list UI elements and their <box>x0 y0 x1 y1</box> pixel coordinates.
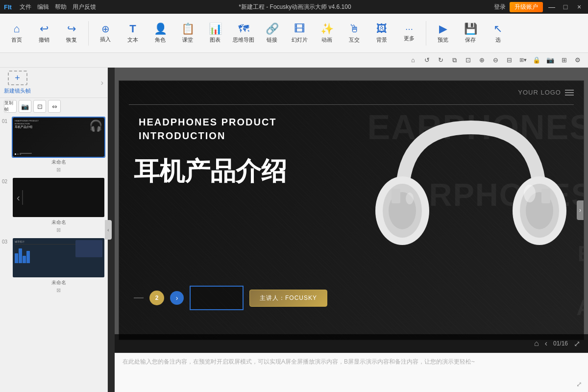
menu-feedback[interactable]: 用户反馈 <box>73 3 96 11</box>
text-icon: T <box>129 23 136 35</box>
redo-icon: ↪ <box>67 23 76 35</box>
login-button[interactable]: 登录 <box>494 3 506 11</box>
upgrade-button[interactable]: 升级账户 <box>510 2 543 12</box>
maximize-button[interactable]: □ <box>561 2 570 12</box>
tool-character[interactable]: 👤 角色 <box>147 16 173 50</box>
slide-expand[interactable]: ⊠ <box>2 227 105 233</box>
tool-chart[interactable]: 📊 图表 <box>202 16 228 50</box>
action-lock[interactable]: 🔒 <box>531 55 542 66</box>
action-rotate-right[interactable]: ↻ <box>435 55 446 66</box>
tool-slide[interactable]: 🎞 幻灯片 <box>287 16 312 50</box>
plus-icon: + <box>8 71 27 85</box>
tool-preview-label: 预览 <box>438 36 448 44</box>
slide-content-preview: HEADPHONES PRODUCTINTRODUCTION耳机产品介绍 <box>15 120 39 129</box>
preview-icon: ▶ <box>439 23 447 35</box>
title-bar: FIt 文件 编辑 帮助 用户反馈 *新建工程 - Focusky动画演示大师 … <box>0 0 588 14</box>
slide-thumbnail[interactable]: ‹ <box>12 177 105 218</box>
menu-file[interactable]: 文件 <box>20 3 31 11</box>
tool-select[interactable]: ↖ 选 <box>485 16 511 50</box>
tool-lesson[interactable]: 📋 课堂 <box>175 16 200 50</box>
tool-interact[interactable]: 🖱 互交 <box>342 16 367 50</box>
tool-slide-label: 幻灯片 <box>292 36 308 44</box>
tool-bg[interactable]: 🖼 背景 <box>369 16 394 50</box>
interact-icon: 🖱 <box>349 23 360 35</box>
headphone-icon: 🎧 <box>89 120 102 132</box>
copy-frame-label: 复制帧 <box>4 100 16 113</box>
menu-edit[interactable]: 编辑 <box>37 3 49 11</box>
line-connector <box>134 297 144 298</box>
close-button[interactable]: × <box>574 2 584 12</box>
tool-undo[interactable]: ↩ 撤销 <box>31 16 57 50</box>
text-input-box[interactable] <box>190 286 244 310</box>
tool-text[interactable]: T 文本 <box>120 16 146 50</box>
sidebar: + 新建镜头帧 › 复制帧 📷 ⊡ ⇔ 01 HEADPHONES PRODUC <box>0 68 108 392</box>
action-bar: ⌂ ↺ ↻ ⧉ ⊡ ⊕ ⊖ ⊟ ⊞▾ 🔒 📷 ⊞ ⚙ <box>0 53 588 68</box>
tool-redo[interactable]: ↪ 恢复 <box>59 16 84 50</box>
new-frame-button[interactable]: + 新建镜头帧 <box>4 71 31 95</box>
slide-divider <box>22 190 23 205</box>
copy-frame-button[interactable]: 复制帧 <box>4 100 17 113</box>
tool-animate[interactable]: ✨ 动画 <box>314 16 340 50</box>
main-area: + 新建镜头帧 › 复制帧 📷 ⊡ ⇔ 01 HEADPHONES PRODUC <box>0 68 588 392</box>
tool-link-label: 链接 <box>267 36 277 44</box>
action-zoom-in[interactable]: ⊕ <box>476 55 487 66</box>
tool-save[interactable]: 💾 保存 <box>458 16 483 50</box>
chart-icon: 📊 <box>209 23 222 35</box>
home-icon: ⌂ <box>13 23 20 35</box>
tool-interact-label: 互交 <box>349 36 360 44</box>
link-icon: 🔗 <box>266 23 279 35</box>
prev-page-icon[interactable]: ‹ <box>545 339 547 348</box>
presenter-button[interactable]: 主讲人：FOCUSKY <box>249 290 327 307</box>
sidebar-collapse-arrow[interactable]: › <box>101 78 103 87</box>
minimize-button[interactable]: — <box>547 2 557 12</box>
slide-thumbnail[interactable]: HEADPHONES PRODUCTINTRODUCTION耳机产品介绍 🎧 <box>12 117 105 158</box>
page-info: 01/16 <box>553 340 568 347</box>
action-crop[interactable]: ⊡ <box>463 55 473 66</box>
menu-help[interactable]: 帮助 <box>55 3 67 11</box>
tool-mindmap[interactable]: 🗺 思维导图 <box>230 16 257 50</box>
toolbar-divider-2 <box>426 21 426 46</box>
animate-icon: ✨ <box>320 23 334 35</box>
fullscreen-button[interactable]: ⤢ <box>574 339 580 348</box>
slide-progress-bar <box>20 153 32 154</box>
swap-tool-button[interactable]: ⇔ <box>48 100 61 113</box>
right-panel-expand-button[interactable]: › <box>577 200 584 220</box>
tool-link[interactable]: 🔗 链接 <box>259 16 285 50</box>
title-left: FIt 文件 编辑 帮助 用户反馈 <box>4 3 96 11</box>
action-zoom-out[interactable]: ⊖ <box>490 55 501 66</box>
slide-expand[interactable]: ⊠ <box>2 287 105 294</box>
tool-home[interactable]: ⌂ 首页 <box>4 16 29 50</box>
camera-tool-button[interactable]: 📷 <box>19 100 31 113</box>
action-grid[interactable]: ⊞ <box>559 55 569 66</box>
notes-expand-button[interactable]: ⤢ <box>576 380 582 388</box>
save-icon: 💾 <box>464 23 477 35</box>
sidebar-collapse-button[interactable]: ‹ <box>105 220 112 240</box>
tool-text-label: 文本 <box>127 36 138 44</box>
tool-preview[interactable]: ▶ 预览 <box>430 16 456 50</box>
tool-bg-label: 背景 <box>376 36 387 44</box>
tool-insert-label: 插入 <box>100 36 111 43</box>
tool-lesson-label: 课堂 <box>182 36 193 44</box>
next-arrow-button[interactable]: › <box>170 291 184 305</box>
crop-tool-button[interactable]: ⊡ <box>33 100 46 113</box>
home-nav-icon[interactable]: ⌂ <box>534 339 539 348</box>
presentation-canvas[interactable]: YOUR LOGO EARPHONES EARPHONES E A HEADPH <box>119 80 584 340</box>
lesson-icon: 📋 <box>181 23 195 35</box>
tool-redo-label: 恢复 <box>66 36 77 44</box>
action-distribute[interactable]: ⊞▾ <box>517 55 528 66</box>
action-align[interactable]: ⊟ <box>504 55 514 66</box>
action-camera[interactable]: 📷 <box>545 55 556 66</box>
action-home[interactable]: ⌂ <box>408 55 418 66</box>
menu-items[interactable]: 文件 编辑 帮助 用户反馈 <box>20 3 96 11</box>
hamburger-menu-icon[interactable] <box>565 90 574 96</box>
title-english: HEADPHONES PRODUCTINTRODUCTION <box>139 115 277 143</box>
slide-thumbnail[interactable]: 城市统计 <box>12 237 105 278</box>
action-settings[interactable]: ⚙ <box>572 55 583 66</box>
action-rotate-left[interactable]: ↺ <box>421 55 432 66</box>
action-copy[interactable]: ⧉ <box>449 55 460 66</box>
tool-insert[interactable]: ⊕ 插入 <box>93 16 118 50</box>
tool-more[interactable]: ⋯ 更多 <box>396 16 422 50</box>
slide-expand[interactable]: ⊠ <box>2 167 105 173</box>
character-icon: 👤 <box>154 23 167 35</box>
svg-point-8 <box>524 185 536 202</box>
